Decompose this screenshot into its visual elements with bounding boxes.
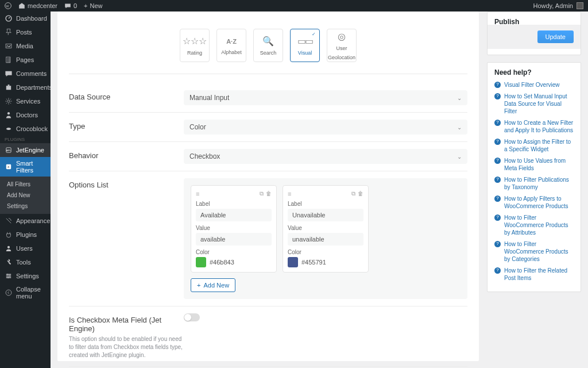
sidebar-item-label: Plugins (16, 231, 37, 238)
help-panel: Need help? ?Visual Filter Overview?How t… (487, 62, 581, 292)
add-option-button[interactable]: + Add New (191, 278, 235, 292)
help-link[interactable]: How to Filter WooCommerce Products by At… (504, 214, 574, 236)
tab-label: Rating (187, 50, 202, 56)
tab-label: Search (260, 50, 277, 56)
svg-point-17 (7, 277, 9, 278)
type-label: Type (69, 120, 184, 131)
behavior-label: Behavior (69, 149, 184, 160)
sidebar-item-users[interactable]: Users (0, 241, 51, 255)
sidebar-item-pages[interactable]: Pages (0, 53, 51, 67)
tab-search[interactable]: 🔍Search (253, 29, 283, 62)
sidebar-sub-settings[interactable]: Settings (0, 201, 51, 212)
sidebar-sub-all-filters[interactable]: All Filters (0, 179, 51, 190)
copy-icon[interactable]: ⧉ (260, 190, 264, 197)
sidebar-item-label: Dashboard (16, 15, 47, 22)
option-card: ≡⧉🗑LabelAvailableValueavailableColor#46b… (191, 185, 277, 273)
dept-icon (5, 83, 13, 91)
filter-type-tabs: ☆☆☆RatingA·ZAlphabet🔍Search✓▭▭Visual◎Use… (69, 29, 467, 74)
sidebar-item-label: Services (16, 98, 40, 105)
checkbox-meta-toggle[interactable] (184, 313, 200, 321)
help-link[interactable]: How to Apply Filters to WooCommerce Prod… (504, 195, 574, 210)
sidebar-item-label: Comments (16, 70, 47, 77)
svg-rect-7 (8, 85, 10, 86)
comments-count[interactable]: 0 (64, 2, 77, 9)
admin-bar: medcenter 0 + New Howdy, Admin (0, 0, 588, 12)
drag-handle-icon[interactable]: ≡ (288, 190, 291, 197)
data-source-select[interactable]: Manual Input⌄ (184, 90, 467, 105)
sidebar-item-media[interactable]: Media (0, 39, 51, 53)
sidebar-item-label: Users (16, 245, 33, 252)
help-link[interactable]: How to Assign the Filter to a Specific W… (504, 138, 574, 153)
behavior-select[interactable]: Checkbox⌄ (184, 149, 467, 164)
sidebar-item-services[interactable]: Services (0, 94, 51, 108)
sidebar-item-settings[interactable]: Settings (0, 269, 51, 283)
user-menu[interactable]: Howdy, Admin (533, 2, 584, 9)
copy-icon[interactable]: ⧉ (351, 190, 355, 197)
tab-user[interactable]: ◎UserGeolocation (327, 29, 357, 62)
help-icon: ? (494, 177, 501, 183)
help-link[interactable]: How to Filter Publications by Taxonomy (504, 176, 574, 191)
tab-alphabet[interactable]: A·ZAlphabet (216, 29, 246, 62)
tools-icon (5, 258, 13, 266)
sidebar-sub-add-new[interactable]: Add New (0, 190, 51, 201)
option-label-input[interactable]: Unavailable (288, 209, 363, 221)
option-card: ≡⧉🗑LabelUnavailableValueunavailableColor… (283, 185, 369, 273)
tab-label: Visual (298, 50, 312, 56)
sidebar-item-label: Settings (16, 273, 39, 279)
sidebar-item-departments[interactable]: Departments (0, 80, 51, 94)
help-title: Need help? (494, 68, 574, 76)
options-list-label: Options List (69, 178, 184, 189)
wp-logo[interactable] (5, 2, 11, 9)
drag-handle-icon[interactable]: ≡ (196, 190, 199, 197)
sidebar-item-label: Collapse menu (16, 286, 46, 300)
help-icon: ? (494, 267, 501, 274)
sidebar-item-label: JetEngine (16, 147, 44, 154)
svg-point-14 (7, 246, 10, 248)
tab-rating[interactable]: ☆☆☆Rating (180, 29, 210, 62)
sidebar-item-jetengine[interactable]: APLJetEngine (0, 143, 51, 157)
data-source-label: Data Source (69, 90, 184, 101)
help-link[interactable]: Visual Filter Overview (504, 81, 560, 89)
sidebar-item-appearance[interactable]: Appearance (0, 214, 51, 228)
update-button[interactable]: Update (537, 30, 574, 43)
sidebar-item-label: Tools (16, 259, 31, 266)
tab-visual[interactable]: ✓▭▭Visual (290, 29, 320, 62)
jet-icon: APL (5, 146, 13, 154)
help-link[interactable]: How to Use Values from Meta Fields (504, 157, 574, 172)
checkbox-meta-label: Is Checkbox Meta Field (Jet Engine) (69, 316, 184, 333)
collapse-icon (5, 289, 13, 297)
tab-icon: A·Z (226, 36, 237, 46)
option-value-input[interactable]: unavailable (288, 233, 363, 246)
svg-rect-6 (6, 86, 11, 90)
svg-point-8 (7, 100, 10, 102)
sidebar-item-dashboard[interactable]: Dashboard (0, 12, 51, 25)
color-swatch[interactable] (196, 257, 206, 267)
sidebar-item-label: Appearance (16, 217, 50, 224)
sidebar-item-tools[interactable]: Tools (0, 255, 51, 269)
tab-icon: ☆☆☆ (183, 36, 207, 47)
help-link[interactable]: How to Filter the Related Post Items (504, 267, 574, 282)
site-name[interactable]: medcenter (18, 2, 57, 9)
color-hex: #46b843 (210, 259, 234, 266)
help-link[interactable]: How to Create a New Filter and Apply It … (504, 119, 574, 134)
delete-icon[interactable]: 🗑 (266, 190, 272, 197)
type-select[interactable]: Color⌄ (184, 120, 467, 135)
svg-point-16 (9, 275, 10, 277)
help-icon: ? (494, 195, 501, 202)
option-value-input[interactable]: available (196, 233, 272, 246)
new-content[interactable]: + New (84, 2, 102, 9)
help-link[interactable]: How to Set Manual Input Data Source for … (504, 93, 574, 115)
svg-text:⚙: ⚙ (7, 166, 10, 168)
sidebar-item-crocoblock[interactable]: Crocoblock (0, 122, 51, 136)
help-link[interactable]: How to Filter WooCommerce Products by Ca… (504, 240, 574, 263)
sidebar-item-comments[interactable]: Comments (0, 67, 51, 80)
sidebar-item-collapse-menu[interactable]: Collapse menu (0, 283, 51, 302)
sidebar-item-smart-filters[interactable]: ⚙Smart Filters (0, 157, 51, 177)
option-label-input[interactable]: Available (196, 209, 272, 221)
sidebar-item-plugins[interactable]: Plugins (0, 228, 51, 241)
sidebar-item-doctors[interactable]: Doctors (0, 108, 51, 122)
option-value-label: Value (288, 225, 363, 231)
color-swatch[interactable] (288, 257, 298, 267)
sidebar-item-posts[interactable]: Posts (0, 25, 51, 39)
delete-icon[interactable]: 🗑 (358, 190, 363, 197)
